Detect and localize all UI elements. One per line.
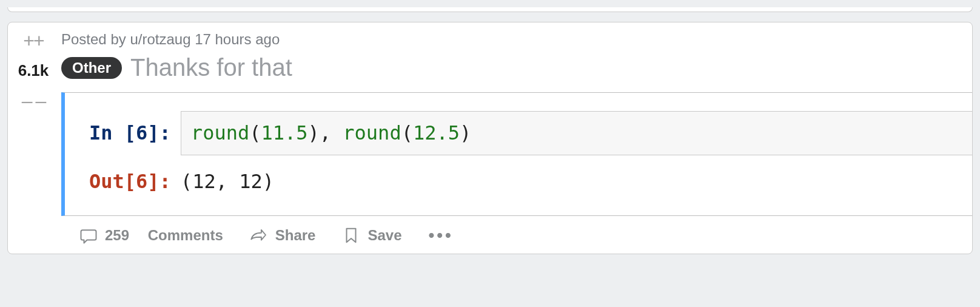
comments-count: 259 (105, 227, 129, 244)
save-label: Save (368, 227, 401, 244)
code-token: ) (460, 121, 471, 144)
output-prompt: Out[6]: (89, 166, 171, 197)
code-token: ( (401, 121, 413, 144)
previous-post-edge (7, 7, 973, 12)
comments-button[interactable]: 259 Comments (79, 226, 223, 245)
post-media: In [6]: round(11.5), round(12.5) Out[6]:… (61, 92, 972, 216)
author-prefix: u/ (130, 31, 142, 47)
author-name: rotzaug (142, 31, 190, 47)
code-token: , (320, 121, 343, 144)
share-label: Share (275, 227, 316, 244)
post-actions: 259 Comments Share Save ••• (61, 226, 972, 245)
downvote-button[interactable]: – – (22, 91, 45, 110)
bookmark-icon (342, 226, 360, 245)
title-row: Other Thanks for that (61, 54, 972, 81)
flair-badge[interactable]: Other (61, 57, 122, 79)
input-prompt: In [6]: (89, 118, 171, 149)
share-icon (250, 226, 268, 245)
code-output: (12, 12) (181, 166, 274, 197)
code-token: 12.5 (413, 121, 460, 144)
post-title[interactable]: Thanks for that (130, 54, 292, 81)
post-age: 17 hours ago (195, 31, 280, 47)
code-token: ) (308, 121, 320, 144)
more-button[interactable]: ••• (429, 226, 454, 245)
upvote-button[interactable]: ++ (23, 31, 43, 50)
vote-score: 6.1k (18, 61, 49, 80)
post-card: ++ 6.1k – – Posted by u/rotzaug 17 hours… (7, 22, 973, 254)
save-button[interactable]: Save (342, 226, 401, 245)
code-input: round(11.5), round(12.5) (181, 111, 972, 155)
code-token: round (191, 121, 249, 144)
post-byline: Posted by u/rotzaug 17 hours ago (61, 31, 972, 48)
share-button[interactable]: Share (250, 226, 316, 245)
post-content: Posted by u/rotzaug 17 hours ago Other T… (59, 22, 972, 254)
comments-label: Comments (148, 227, 223, 244)
byline-prefix: Posted by (61, 31, 130, 47)
code-output-row: Out[6]: (12, 12) (89, 166, 972, 197)
code-token: 11.5 (261, 121, 307, 144)
author-link[interactable]: u/rotzaug (130, 31, 190, 47)
comment-icon (79, 226, 98, 245)
code-token: ( (249, 121, 261, 144)
code-input-row: In [6]: round(11.5), round(12.5) (89, 111, 972, 155)
vote-column: ++ 6.1k – – (8, 22, 59, 254)
code-token: round (343, 121, 401, 144)
